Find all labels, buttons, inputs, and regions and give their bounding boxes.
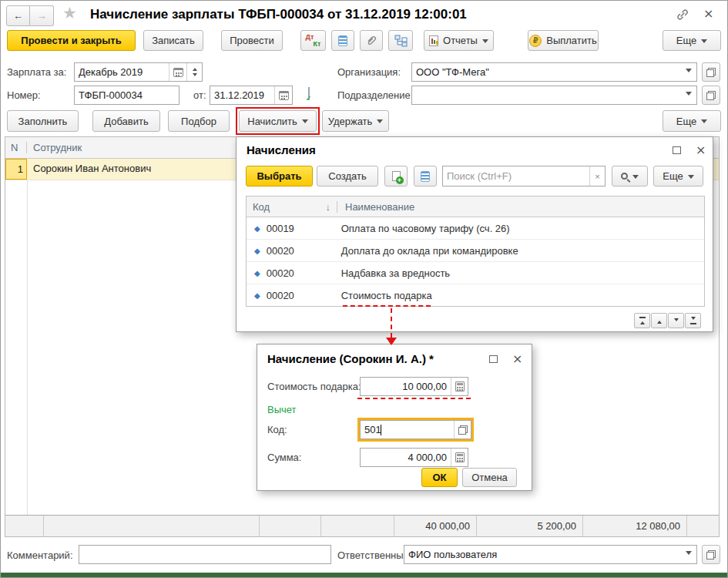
responsible-input[interactable] xyxy=(404,546,681,563)
chevron-down-icon xyxy=(632,175,639,182)
search-input[interactable] xyxy=(443,166,589,186)
related-documents-button[interactable] xyxy=(388,30,413,51)
search-icon xyxy=(621,173,628,180)
dt-kt-postings-button[interactable]: ДтКт xyxy=(300,30,326,51)
attachments-button[interactable] xyxy=(360,30,383,51)
organization-input[interactable] xyxy=(412,63,681,81)
comment-label: Комментарий: xyxy=(7,549,73,561)
select-button[interactable]: Выбрать xyxy=(246,166,313,187)
accrual-list-item[interactable]: ◆ 00020 Надбавка за вредность xyxy=(247,262,704,284)
gift-calculator-button[interactable] xyxy=(451,378,468,395)
popup-more-label: Еще xyxy=(663,170,683,182)
dt-kt-icon: ДтКт xyxy=(306,33,321,49)
responsible-dropdown-button[interactable] xyxy=(681,546,696,563)
search-settings-button[interactable] xyxy=(612,166,648,187)
period-stepper[interactable] xyxy=(186,63,202,81)
list-icon xyxy=(338,35,347,46)
window-close-icon[interactable]: × xyxy=(703,8,713,20)
post-and-close-button[interactable]: Провести и закрыть xyxy=(7,30,136,51)
deduction-amount-input[interactable] xyxy=(361,449,451,466)
withhold-label: Удержать xyxy=(328,116,373,127)
register-records-button[interactable] xyxy=(331,30,354,51)
accrual-list-item[interactable]: ◆ 00020 Стоимость подарка xyxy=(247,284,704,306)
accrual-list-item[interactable]: ◆ 00020 Доплата до оклада при командиров… xyxy=(247,240,704,262)
maximize-icon[interactable] xyxy=(673,146,681,154)
totals-ndfl: 5 200,00 xyxy=(477,516,583,536)
get-link-icon[interactable] xyxy=(676,8,689,22)
table-more-button[interactable]: Еще xyxy=(663,110,721,132)
fill-button[interactable]: Заполнить xyxy=(7,110,79,132)
calendar-picker-button[interactable] xyxy=(169,63,186,81)
organization-dropdown-button[interactable] xyxy=(681,63,696,81)
ruble-coin-icon: ₽ xyxy=(529,35,542,47)
code-field-group xyxy=(360,420,471,439)
column-header-n[interactable]: N xyxy=(5,142,27,153)
totals-cell-empty xyxy=(260,516,321,536)
deduction-code-input[interactable] xyxy=(361,421,454,439)
cancel-button[interactable]: Отмена xyxy=(462,468,517,487)
write-button[interactable]: Записать xyxy=(143,30,203,51)
add-button[interactable]: Добавить xyxy=(92,110,160,132)
chevron-down-icon xyxy=(377,119,383,126)
accruals-popup: Начисления × Выбрать Создать × Еще Код↓ … xyxy=(236,136,713,332)
code-open-button[interactable] xyxy=(454,421,471,439)
window-bottom-accent xyxy=(1,573,727,577)
maximize-icon[interactable] xyxy=(489,355,498,363)
department-input[interactable] xyxy=(412,86,681,104)
triangle-up-icon xyxy=(640,319,645,324)
go-first-button[interactable] xyxy=(634,313,650,328)
column-header-code[interactable]: Код↓ xyxy=(247,201,337,213)
search-clear-button[interactable]: × xyxy=(589,166,605,186)
go-previous-button[interactable] xyxy=(651,313,667,328)
amount-calculator-button[interactable] xyxy=(451,449,468,466)
accrual-code: 00020 xyxy=(260,267,331,279)
comment-input[interactable] xyxy=(79,546,330,563)
date-calendar-button[interactable] xyxy=(274,86,292,104)
column-header-name[interactable]: Наименование xyxy=(337,201,704,213)
reports-button[interactable]: Отчеты xyxy=(424,30,494,51)
go-next-button[interactable] xyxy=(668,313,684,328)
pick-button[interactable]: Подбор xyxy=(168,110,230,132)
accrual-list-item[interactable]: ◆ 00019 Оплата по часовому тарифу (сч. 2… xyxy=(247,217,704,240)
popup-close-icon[interactable]: × xyxy=(696,144,706,156)
accrual-edit-popup: Начисление (Сорокин И. А.) * × Стоимость… xyxy=(257,344,532,491)
responsible-open-button[interactable] xyxy=(702,545,720,564)
accrual-name: Надбавка за вредность xyxy=(331,267,450,279)
organization-label: Организация: xyxy=(337,66,401,78)
department-combo xyxy=(411,86,697,105)
organization-open-button[interactable] xyxy=(702,62,720,82)
accrue-button[interactable]: Начислить xyxy=(239,110,317,132)
popup-close-icon[interactable]: × xyxy=(512,353,522,365)
number-input[interactable] xyxy=(75,86,179,104)
salary-period-input[interactable] xyxy=(75,63,169,81)
department-open-button[interactable] xyxy=(702,86,720,105)
post-button[interactable]: Провести xyxy=(221,30,283,51)
gift-amount-input[interactable] xyxy=(361,378,451,395)
forward-button[interactable]: → xyxy=(30,5,54,26)
accrual-code: 00020 xyxy=(260,245,331,257)
create-group-button[interactable] xyxy=(384,166,408,187)
window-title: Начисление зарплаты ТФБП-000034 от 31.12… xyxy=(90,7,467,22)
withhold-button[interactable]: Удержать xyxy=(322,110,389,132)
department-dropdown-button[interactable] xyxy=(681,86,696,104)
toolbar-more-button[interactable]: Еще xyxy=(663,30,721,51)
back-button[interactable]: ← xyxy=(6,5,30,26)
employee-row-number-cell[interactable]: 1 xyxy=(5,159,27,180)
pay-button[interactable]: ₽ Выплатить xyxy=(528,30,599,51)
list-view-button[interactable] xyxy=(414,166,437,187)
triangle-down-icon xyxy=(674,318,679,324)
select-label: Выбрать xyxy=(257,170,301,182)
document-check-icon[interactable] xyxy=(308,88,310,99)
popup-more-button[interactable]: Еще xyxy=(653,166,703,187)
bar-icon xyxy=(639,317,646,318)
go-last-button[interactable] xyxy=(685,313,701,328)
deduction-amount-label: Сумма: xyxy=(267,452,301,463)
date-input[interactable] xyxy=(210,86,274,104)
reports-label: Отчеты xyxy=(443,35,478,46)
create-button[interactable]: Создать xyxy=(317,166,378,187)
deduction-section-label: Вычет xyxy=(267,404,297,415)
ok-button[interactable]: ОК xyxy=(421,468,458,487)
favorite-star-icon[interactable]: ★ xyxy=(62,4,77,22)
chevron-down-icon xyxy=(482,39,488,46)
totals-cell-empty xyxy=(5,516,44,536)
